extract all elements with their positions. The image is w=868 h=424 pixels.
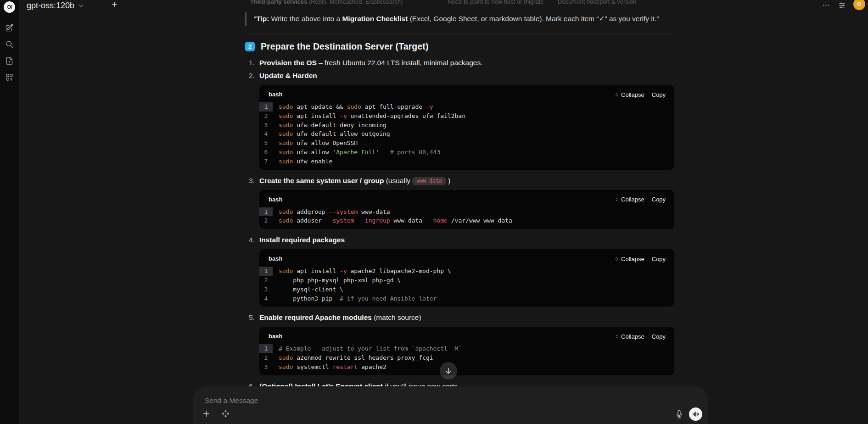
token: 'Apache Full' — [332, 149, 379, 156]
token: ufw default allow outgoing — [293, 130, 390, 137]
token: sudo — [279, 354, 293, 361]
chat-message-area: Third-party services (Redis, Memcached, … — [245, 0, 674, 394]
tip-blockquote: “Tip: Write the above into a Migration C… — [245, 12, 661, 26]
code-text: mysql-client \ — [273, 285, 343, 294]
sliders-icon — [838, 1, 846, 9]
plus-icon — [111, 1, 118, 8]
code-line: 1sudo apt update && sudo apt full-upgrad… — [259, 102, 674, 112]
token: --system — [329, 208, 358, 215]
collapse-button[interactable]: Collapse — [614, 91, 644, 98]
line-number: 4 — [259, 294, 273, 303]
code-language-label: bash — [269, 194, 282, 205]
line-number: 5 — [259, 139, 273, 148]
collapse-button[interactable]: Collapse — [614, 333, 644, 340]
line-number: 1 — [259, 344, 273, 353]
section-divider — [245, 34, 674, 34]
token: apache2 libapache2-mod-php \ — [347, 268, 451, 274]
token: addgroup — [293, 208, 329, 215]
voice-mode-button[interactable] — [689, 407, 702, 421]
bold-text: Migration Checklist — [342, 15, 408, 22]
message-input[interactable]: Send a Message — [205, 396, 696, 405]
line-number: 1 — [259, 207, 273, 217]
chevron-up-down-icon — [614, 334, 619, 339]
token: sudo — [279, 130, 293, 137]
code-block: bashCollapseCopy1# Example – adjust to y… — [259, 327, 674, 375]
sidebar-item-notes[interactable] — [3, 56, 17, 65]
code-block-actions: CollapseCopy — [614, 256, 666, 262]
tools-button[interactable] — [220, 408, 231, 419]
text: ) — [446, 177, 450, 184]
code-line: 4 python3-pip # if you need Ansible late… — [259, 294, 674, 303]
code-block: bashCollapseCopy1sudo addgroup --system … — [259, 190, 674, 229]
bold-text: Enable required Apache modules — [259, 313, 372, 321]
code-block-body: 1sudo apt update && sudo apt full-upgrad… — [259, 102, 674, 170]
line-number: 3 — [259, 363, 273, 372]
section-heading: 2 Prepare the Destination Server (Target… — [245, 41, 674, 52]
text: Write the above into a — [269, 15, 342, 22]
code-text: sudo apt update && sudo apt full-upgrade… — [273, 102, 433, 112]
more-options-button[interactable] — [821, 0, 831, 10]
composer-separator — [216, 410, 216, 417]
token: apt install — [293, 268, 340, 274]
list-item: 3.Create the same system user / group (u… — [245, 175, 674, 229]
top-right-controls: O — [821, 0, 865, 10]
inline-code-pill: www-data — [412, 177, 446, 185]
list-item: 1.Provision the OS – fresh Ubuntu 22.04 … — [245, 57, 674, 68]
model-selector[interactable]: gpt-oss:120b — [27, 1, 84, 11]
code-line: 3 mysql-client \ — [259, 285, 674, 294]
token: --system — [325, 217, 354, 224]
copy-button[interactable]: Copy — [652, 196, 666, 203]
scroll-to-bottom-button[interactable] — [440, 362, 457, 379]
code-text: sudo ufw default deny incoming — [273, 121, 386, 130]
ellipsis-icon — [822, 1, 830, 9]
line-number: 2 — [259, 112, 273, 121]
sidebar-nav — [0, 23, 19, 82]
code-block-actions: CollapseCopy — [614, 333, 666, 340]
list-item: 2.Update & HardenbashCollapseCopy1sudo a… — [245, 70, 674, 170]
arrow-down-icon — [444, 367, 453, 375]
top-bar: gpt-oss:120b O — [19, 0, 868, 14]
code-block-header: bashCollapseCopy — [259, 327, 674, 344]
code-text: sudo apt install -y unattended-upgrades … — [273, 112, 465, 121]
attach-button[interactable] — [201, 408, 212, 419]
collapse-button[interactable]: Collapse — [614, 196, 644, 203]
code-text: sudo ufw allow 'Apache Full' # ports 80,… — [273, 148, 440, 157]
code-block-body: 1# Example – adjust to your list from `a… — [259, 344, 674, 375]
token: a2enmod rewrite ssl headers proxy_fcgi — [293, 354, 433, 361]
token: sudo — [279, 149, 293, 156]
text: (usually — [384, 177, 412, 184]
app-logo[interactable]: OI — [4, 1, 15, 13]
token: python3-pip — [279, 295, 340, 302]
copy-button[interactable]: Copy — [652, 333, 666, 340]
token: # if you need Ansible later — [340, 295, 437, 302]
sidebar-item-workspace[interactable] — [3, 73, 17, 82]
code-block-header: bashCollapseCopy — [259, 249, 674, 266]
code-block-body: 1sudo apt install -y apache2 libapache2-… — [259, 266, 674, 307]
bold-text: Install required packages — [259, 236, 345, 244]
token: sudo — [279, 139, 293, 146]
line-number: 2 — [259, 216, 273, 225]
token: restart — [332, 363, 358, 370]
line-number: 6 — [259, 148, 273, 157]
code-text: sudo apt install -y apache2 libapache2-m… — [273, 267, 451, 276]
code-line: 7sudo ufw enable — [259, 157, 674, 166]
new-chat-plus-button[interactable] — [111, 1, 118, 8]
code-line: 2sudo a2enmod rewrite ssl headers proxy_… — [259, 353, 674, 363]
user-avatar[interactable]: O — [853, 0, 865, 10]
chat-controls-button[interactable] — [837, 0, 847, 10]
collapse-label: Collapse — [621, 333, 644, 340]
token: ufw enable — [293, 158, 332, 165]
copy-button[interactable]: Copy — [652, 256, 666, 262]
waveform-icon — [692, 411, 699, 418]
sidebar-item-new-chat[interactable] — [3, 23, 17, 32]
collapse-label: Collapse — [621, 91, 644, 98]
code-language-label: bash — [269, 331, 282, 342]
sidebar-item-search[interactable] — [3, 39, 17, 49]
line-number: 1 — [259, 102, 273, 112]
chevron-up-down-icon — [614, 257, 619, 262]
collapse-button[interactable]: Collapse — [614, 256, 644, 262]
token: # Example – adjust to your list from `ap… — [279, 345, 462, 352]
microphone-button[interactable] — [674, 409, 684, 419]
copy-button[interactable]: Copy — [652, 91, 666, 98]
token: sudo — [279, 217, 293, 224]
